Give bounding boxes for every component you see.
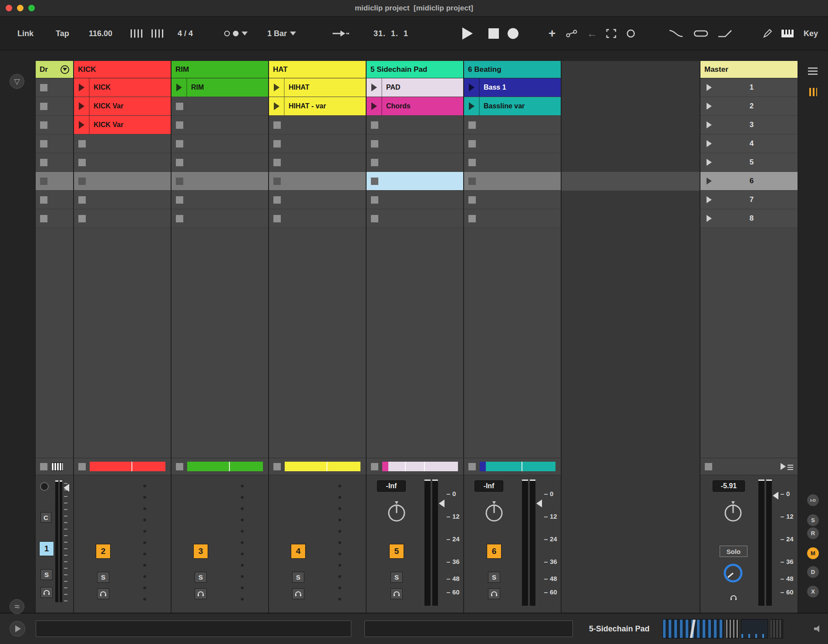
clip-bassline-var[interactable]: Bassline var xyxy=(464,97,561,115)
clip-slot[interactable] xyxy=(172,134,268,153)
clip-slot-selected-highlight[interactable] xyxy=(367,172,463,191)
stop-button[interactable] xyxy=(371,178,378,185)
device-thumbnail-eq[interactable] xyxy=(663,619,724,638)
stop-button[interactable] xyxy=(371,121,378,129)
clip-slot[interactable] xyxy=(367,209,463,228)
clip-slot[interactable] xyxy=(172,209,268,228)
clip-slot-selected[interactable] xyxy=(172,172,268,191)
scene-4[interactable]: 4 xyxy=(700,134,798,153)
track-header-master[interactable]: Master xyxy=(700,61,798,78)
stop-button[interactable] xyxy=(371,159,378,166)
clip-slot[interactable]: KICK Var xyxy=(74,97,171,116)
device-thumbnail-dark[interactable] xyxy=(741,619,768,638)
follow-button[interactable] xyxy=(332,30,349,37)
stop-button[interactable] xyxy=(488,28,499,39)
cue-button[interactable] xyxy=(195,588,207,599)
track-header-sidechain-pad[interactable]: 5 Sidechain Pad xyxy=(367,61,463,78)
clip-hihat-var[interactable]: HIHAT - var xyxy=(269,97,366,115)
stop-button[interactable] xyxy=(176,159,183,166)
track-activator-1[interactable]: 1 xyxy=(39,541,54,556)
stop-button[interactable] xyxy=(273,196,281,204)
clip-slot[interactable] xyxy=(36,134,73,153)
clip-slot[interactable] xyxy=(36,116,73,134)
crossfade-assign-button[interactable]: C xyxy=(40,512,51,523)
track-header-kick[interactable]: KICK xyxy=(74,61,171,78)
volume-display[interactable]: -Inf xyxy=(475,480,503,492)
arrangement-position-field[interactable]: 31. 1. 1 xyxy=(374,29,408,38)
clip-launch-button[interactable] xyxy=(367,97,382,115)
volume-fader-handle[interactable] xyxy=(64,484,69,492)
clip-slot[interactable] xyxy=(172,97,268,116)
pan-knob[interactable] xyxy=(40,482,49,491)
toggle-sends[interactable]: S xyxy=(807,514,819,526)
scene-5[interactable]: 5 xyxy=(700,153,798,172)
cue-button[interactable] xyxy=(728,594,739,602)
track-activator-2[interactable]: 2 xyxy=(96,544,111,559)
scene-launch-icon[interactable] xyxy=(707,103,712,110)
toggle-mixer[interactable]: M xyxy=(807,547,819,559)
quantization-menu[interactable]: 1 Bar xyxy=(267,29,287,38)
track-activator-3[interactable]: 3 xyxy=(193,544,208,559)
clip-slot[interactable]: PAD xyxy=(367,78,463,97)
clip-slot[interactable] xyxy=(74,134,171,153)
fade-mode-button[interactable] xyxy=(669,29,683,38)
clip-slot-selected[interactable] xyxy=(36,172,73,191)
scene-launch-icon[interactable] xyxy=(707,140,712,147)
clip-slot[interactable] xyxy=(367,116,463,134)
clip-launch-button[interactable] xyxy=(367,78,382,97)
ramp-mode-button[interactable] xyxy=(717,29,732,38)
clip-kick-var-2[interactable]: KICK Var xyxy=(74,116,171,134)
clip-launch-button[interactable] xyxy=(269,97,285,115)
scene-2[interactable]: 2 xyxy=(700,97,798,116)
clip-overview-bar[interactable] xyxy=(90,462,165,471)
clip-slot[interactable] xyxy=(269,116,366,134)
device-thumbnail-stripes[interactable] xyxy=(726,619,739,638)
new-midi-track-button[interactable]: + xyxy=(549,27,555,40)
stop-button[interactable] xyxy=(371,196,378,204)
metronome-icon[interactable] xyxy=(224,30,230,36)
clip-slot[interactable] xyxy=(269,209,366,228)
pan-knob[interactable] xyxy=(484,500,504,522)
clip-slot[interactable] xyxy=(367,153,463,172)
scene-8[interactable]: 8 xyxy=(700,209,798,228)
solo-button[interactable]: S xyxy=(97,572,109,583)
loop-start-button[interactable] xyxy=(626,29,636,38)
clip-bass-1[interactable]: Bass 1 xyxy=(464,78,561,97)
clip-launch-button[interactable] xyxy=(269,78,285,97)
volume-fader-handle[interactable] xyxy=(536,500,542,507)
track-header-hat[interactable]: HAT xyxy=(269,61,366,78)
cue-button[interactable] xyxy=(488,588,500,599)
cue-button[interactable] xyxy=(40,587,53,598)
stop-button[interactable] xyxy=(78,159,86,166)
clip-slot[interactable] xyxy=(172,191,268,209)
cue-button[interactable] xyxy=(390,588,403,599)
stop-button[interactable] xyxy=(468,121,476,129)
track-header-beating[interactable]: 6 Beating xyxy=(464,61,561,78)
scene-6-selected[interactable]: 6 xyxy=(700,172,798,191)
clip-launch-button[interactable] xyxy=(172,78,187,97)
overdub-button[interactable] xyxy=(566,29,577,38)
toggle-crossfader[interactable]: X xyxy=(807,586,819,597)
stop-button[interactable] xyxy=(371,215,378,222)
clip-overview-bar[interactable] xyxy=(285,462,360,471)
stop-button[interactable] xyxy=(176,140,183,148)
clip-slot[interactable]: HIHAT xyxy=(269,78,366,97)
metronome-dot-icon[interactable] xyxy=(233,30,239,36)
pan-knob[interactable] xyxy=(387,500,407,522)
clip-slot[interactable]: Bassline var xyxy=(464,97,561,116)
clip-slot[interactable] xyxy=(464,209,561,228)
stop-button[interactable] xyxy=(78,196,86,204)
stop-button[interactable] xyxy=(176,103,183,110)
volume-display[interactable]: -Inf xyxy=(377,480,406,492)
stop-button[interactable] xyxy=(176,215,183,222)
track-header-rim[interactable]: RIM xyxy=(172,61,268,78)
cue-button[interactable] xyxy=(292,588,304,599)
back-to-arrangement-button[interactable]: ← xyxy=(587,27,597,40)
track-header-dr[interactable]: Dr xyxy=(36,61,73,78)
clip-slot[interactable] xyxy=(36,153,73,172)
clip-slot[interactable] xyxy=(269,134,366,153)
volume-fader-handle[interactable] xyxy=(773,492,778,500)
clip-slot[interactable] xyxy=(36,78,73,97)
stop-button[interactable] xyxy=(273,140,281,148)
stop-button[interactable] xyxy=(273,215,281,222)
